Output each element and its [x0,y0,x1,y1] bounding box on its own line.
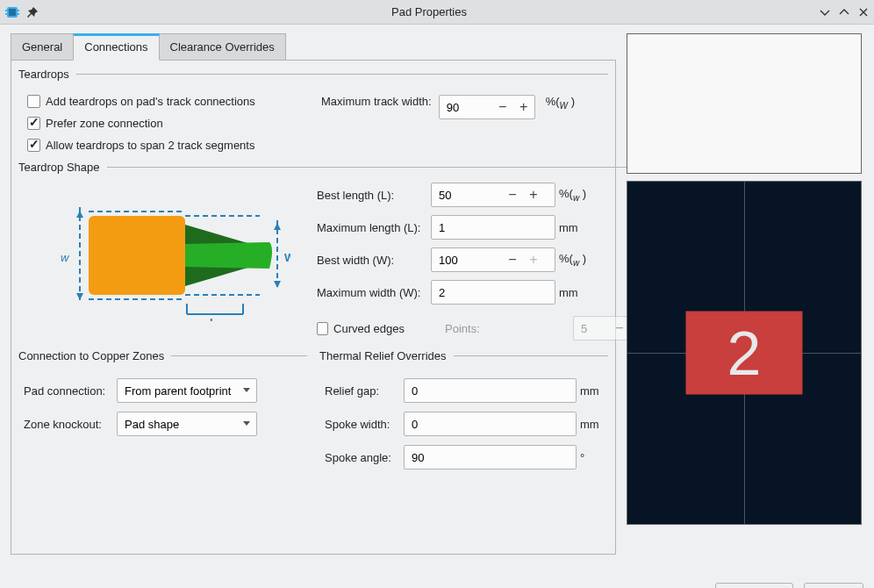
svg-text:w: w [61,251,70,264]
max-length-input[interactable] [431,215,555,240]
svg-rect-1 [9,9,16,16]
pad-connection-select[interactable]: From parent footprint [117,378,257,403]
increment-button[interactable]: + [523,183,544,206]
minimize-button[interactable] [820,7,830,18]
svg-text:L: L [210,316,217,321]
best-width-unit: %(w ) [555,252,594,268]
max-width-unit: mm [555,286,594,299]
teardrop-shape-group: Teardrop Shape [18,161,661,349]
footer-bar: Footprint REF** (CP_Elec_3x5.3), front s… [0,577,874,588]
spoke-angle-label: Spoke angle: [325,451,404,464]
points-label: Points: [445,322,559,335]
maximize-button[interactable] [839,7,849,18]
spoke-angle-input[interactable] [404,445,577,470]
pad-number: 2 [727,318,762,388]
decrement-button[interactable]: − [502,183,523,206]
curved-edges-label: Curved edges [333,322,431,335]
max-track-width-input[interactable]: − + [439,95,535,119]
relief-gap-unit: mm [577,384,603,398]
teardrops-group: Teardrops Add teardrops on pad's track c… [18,68,608,161]
pad-connection-label: Pad connection: [24,384,117,398]
pad-shape: 2 [686,312,803,395]
max-track-width-unit: %(W ) [542,95,581,111]
ok-button[interactable]: OK [804,583,863,588]
add-teardrops-checkbox[interactable] [27,95,40,108]
zone-knockout-select[interactable]: Pad shape [117,412,257,436]
teardrop-shape-legend: Teardrop Shape [18,161,107,174]
svg-rect-5 [17,13,19,15]
titlebar: Pad Properties [0,0,874,25]
decrement-button[interactable]: − [502,248,523,271]
svg-rect-4 [17,10,19,11]
prefer-zone-checkbox[interactable] [27,117,40,130]
svg-text:W: W [284,251,290,264]
teardrop-shape-diagram: w W L [18,181,308,330]
zone-knockout-label: Zone knockout: [24,418,117,431]
curved-edges-checkbox[interactable] [317,322,328,335]
best-width-label: Best width (W): [317,254,431,267]
relief-gap-input[interactable] [404,378,577,403]
relief-gap-label: Relief gap: [325,384,404,398]
allow-span-label: Allow teardrops to span 2 track segments [46,139,254,152]
allow-span-checkbox[interactable] [27,139,40,152]
decrement-button[interactable]: − [492,96,513,118]
tab-content: Teardrops Add teardrops on pad's track c… [11,60,616,555]
spoke-angle-unit: ° [577,451,603,464]
max-width-label: Maximum width (W): [317,286,431,299]
tab-clearance-overrides[interactable]: Clearance Overrides [159,33,286,61]
best-length-input[interactable]: − + [431,183,555,207]
svg-rect-3 [5,13,8,15]
close-button[interactable] [858,7,869,18]
svg-rect-2 [5,10,8,11]
increment-button[interactable]: + [523,248,544,271]
cancel-button[interactable]: Cancel [715,583,793,588]
thermal-relief-legend: Thermal Relief Overrides [319,349,454,362]
spoke-width-label: Spoke width: [325,418,404,431]
svg-rect-9 [89,216,185,295]
add-teardrops-label: Add teardrops on pad's track connections [46,95,255,108]
spoke-width-unit: mm [577,418,603,431]
best-length-label: Best length (L): [317,189,431,202]
spoke-width-input[interactable] [404,412,577,436]
best-width-input[interactable]: − + [431,247,555,272]
pin-icon[interactable] [26,6,39,18]
tab-connections[interactable]: Connections [73,33,159,61]
window-title: Pad Properties [39,5,820,18]
max-length-unit: mm [555,221,594,234]
thermal-relief-group: Thermal Relief Overrides Relief gap: mm … [319,349,608,482]
increment-button[interactable]: + [513,96,534,118]
preview-layers-panel [627,33,862,174]
copper-zones-group: Connection to Copper Zones Pad connectio… [18,349,307,482]
prefer-zone-label: Prefer zone connection [46,117,163,130]
copper-zones-legend: Connection to Copper Zones [18,349,171,362]
max-track-width-label: Maximum track width: [321,95,432,108]
preview-pad-panel: 2 [627,181,862,525]
max-width-input[interactable] [431,280,555,305]
tab-general[interactable]: General [11,33,74,61]
teardrops-legend: Teardrops [18,68,76,81]
max-length-label: Maximum length (L): [317,221,431,234]
tab-bar: General Connections Clearance Overrides [11,33,616,61]
best-length-unit: %(w ) [555,187,594,203]
app-icon [5,5,19,19]
